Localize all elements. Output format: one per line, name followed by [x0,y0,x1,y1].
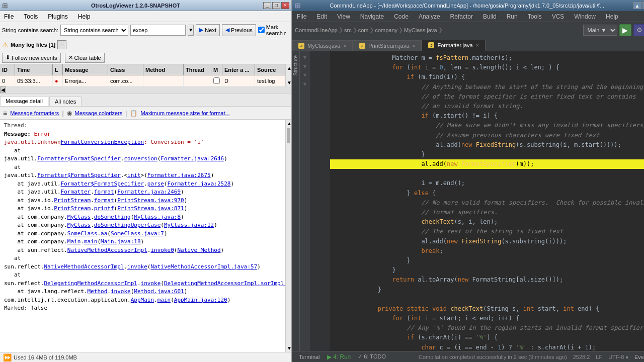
close-button[interactable]: × [281,2,289,9]
formatter-link-3[interactable]: Formatter$FormatSpecifier [61,180,144,187]
table-row[interactable]: 0 05:33:3... ● Errorja... com.co... D te… [0,75,285,86]
ide-terminal-tab[interactable]: Terminal [295,353,324,361]
doSomethingUpper-link[interactable]: doSomethingUpperCase [94,222,160,228]
warning-icon[interactable]: ⚠ [2,41,9,49]
menu-help[interactable]: Help [76,12,93,21]
someclass-link[interactable]: SomeClass [67,230,98,237]
ide-menu-help[interactable]: Help [604,12,620,21]
file-link-4[interactable]: Formatter.java:2469 [117,189,181,195]
parse-link[interactable]: parse [147,180,164,187]
file-link-8[interactable]: MyClass.java:12 [164,222,214,228]
file-link-3[interactable]: Formatter.java:2528 [168,180,231,187]
format-link[interactable]: format [94,189,114,195]
th-enter[interactable]: Enter a ... [222,64,255,75]
ide-menu-run[interactable]: Run [505,12,520,21]
file-link-13[interactable]: DelegatingMethodAccessorImpl.sorImpl.jav… [164,280,285,287]
th-class[interactable]: Class [108,64,143,75]
printstream-link-1[interactable]: PrintStream [54,197,91,204]
file-link-14[interactable]: Method.java:601 [134,288,184,295]
format-link-2[interactable]: format [94,197,114,204]
nativemeth-link-2[interactable]: NativeMethodAccessorImpl [44,263,124,270]
event-log-btn[interactable]: Event Log [634,354,644,360]
th-method[interactable]: Method [143,64,184,75]
msg-colorizers-btn[interactable]: Message colorizers [75,110,123,116]
breadcrumb-company[interactable]: company [375,27,397,33]
printf-link[interactable]: printf [94,205,114,212]
printstream-link-2[interactable]: PrintStream [54,205,91,212]
fold-6[interactable]: ▼ [300,62,310,71]
th-id[interactable]: ID [0,64,15,75]
invoke-link-1[interactable]: invoke [127,263,147,270]
native-link[interactable]: Native Method [177,247,220,253]
invoke-link-3[interactable]: invoke [111,288,131,295]
left-arrow-btn[interactable]: ◀ [0,86,6,93]
remove-log-btn[interactable]: − [57,40,66,49]
file-link-1[interactable]: Formatter.java:2646 [160,155,224,162]
th-level[interactable]: L [53,64,63,75]
aa-link[interactable]: aa [101,230,107,237]
ide-menu-vcs[interactable]: VCS [550,12,567,21]
ide-menu-window[interactable]: Window [572,12,598,21]
search-type-select[interactable]: String contains search [60,25,128,36]
detail-scroll-up[interactable]: ▲ [286,120,291,127]
ide-menu-code[interactable]: Code [392,12,411,21]
th-m[interactable]: M [211,64,222,75]
structure-btn[interactable]: Structure [292,53,299,78]
main-method-link[interactable]: main [84,238,98,245]
invoke-link-2[interactable]: invoke [141,280,161,287]
breadcrumb-src[interactable]: src [344,27,352,33]
detail-scrollbar[interactable]: ▲ ▼ [285,120,291,352]
doSomething-link[interactable]: doSomething [94,214,131,220]
tab-all-notes[interactable]: All notes [49,97,82,106]
m-checkbox[interactable] [213,77,220,84]
ide-minimize-btn[interactable]: ▲ [633,2,641,9]
myclass-link-1[interactable]: MyClass [67,214,91,220]
message-content[interactable]: Thread: Message: Error java.util.Unknown… [0,120,285,352]
minimize-button[interactable]: _ [263,2,271,9]
table-scroll-up[interactable]: ▲ [286,64,291,72]
ide-menu-view[interactable]: View [335,12,352,21]
tab-formatter-close[interactable]: × [476,43,479,48]
tab-myclass-close[interactable]: × [343,43,346,49]
search-dropdown-btn[interactable]: ▼ [188,25,194,36]
detail-scroll-thumb[interactable] [287,128,290,143]
method-link-1[interactable]: conversion [124,155,157,162]
ide-menu-file[interactable]: File [295,12,308,21]
tab-myclass[interactable]: J MyClass.java × [292,40,353,51]
ide-menu-edit[interactable]: Edit [314,12,329,21]
detail-scroll-down[interactable]: ▼ [286,344,291,352]
ide-maximize-btn[interactable]: ▼ [642,2,644,9]
file-link-2[interactable]: Formatter.java:2675 [147,172,211,178]
file-link-9[interactable]: SomeClass.java:7 [111,230,164,237]
file-link-12[interactable]: NativeMethodAccessorImpl.java:57 [150,263,257,270]
ide-menu-build[interactable]: Build [481,12,499,21]
main-link-2[interactable]: main [157,297,171,303]
exception-link-0[interactable]: FormatConversionException [61,139,144,145]
tab-formatter[interactable]: J Formatter.java × [422,40,485,51]
ide-menu-navigate[interactable]: Navigate [358,12,386,21]
method-link-2[interactable]: Method [88,288,108,295]
fold-1[interactable]: ▼ [300,53,310,62]
ide-branch-select[interactable]: Main ▼ [583,25,617,36]
table-scroll-down[interactable]: ▼ [286,79,291,86]
th-thread[interactable]: Thread [184,64,211,75]
th-time[interactable]: Time [15,64,53,75]
max-msg-size-btn[interactable]: Maximum message size for format... [140,110,229,116]
msg-formatters-btn[interactable]: Message formatters [10,110,59,116]
ide-menu-refactor[interactable]: Refactor [448,12,475,21]
th-source[interactable]: Source [255,64,285,75]
file-link-5[interactable]: PrintStream.java:970 [117,197,184,204]
myclass-link-2[interactable]: MyClass [67,222,91,228]
nativemethod-link[interactable]: NativeMethodAccessorImpl [67,247,147,253]
code-content[interactable]: Matcher m = fsPattern.matcher(s); for (i… [330,51,644,351]
file-link-6[interactable]: PrintStream.java:871 [117,205,184,212]
ide-menu-tools[interactable]: Tools [526,12,544,21]
ide-todo-tab[interactable]: ✓ 6: TODO [354,352,390,361]
file-link-15[interactable]: AppMain.java:120 [174,297,227,303]
search-input[interactable] [130,25,186,36]
ide-menu-analyze[interactable]: Analyze [417,12,442,21]
formatter-link-4[interactable]: Formatter [61,189,91,195]
breadcrumb-file[interactable]: MyClass.java [404,27,437,33]
file-link-7[interactable]: MyClass.java:8 [134,214,181,220]
fold-22[interactable]: ▼ [300,71,310,80]
